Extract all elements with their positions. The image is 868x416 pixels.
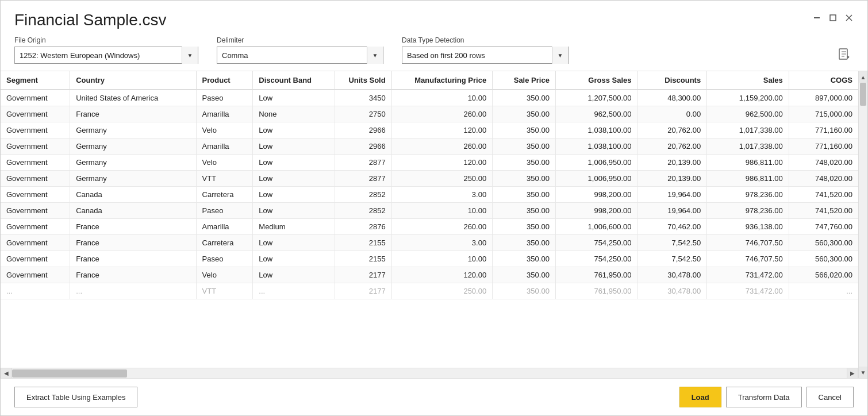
- cancel-button[interactable]: Cancel: [806, 387, 854, 407]
- extract-table-button[interactable]: Extract Table Using Examples: [14, 387, 137, 407]
- col-header-segment[interactable]: Segment: [1, 71, 70, 90]
- load-button[interactable]: Load: [679, 387, 721, 407]
- cell-product: Paseo: [196, 203, 253, 219]
- scroll-down-button[interactable]: ▼: [859, 367, 867, 378]
- file-origin-select[interactable]: 1252: Western European (Windows) ▼: [14, 47, 198, 64]
- cell-product: Carretera: [196, 235, 253, 251]
- cell-cogs: 771,160.00: [789, 138, 858, 155]
- table-container[interactable]: SegmentCountryProductDiscount BandUnits …: [1, 71, 858, 368]
- cell-product: Carretera: [196, 187, 253, 203]
- scroll-right-button[interactable]: ▶: [847, 368, 858, 378]
- cell-salePrice: 350.00: [493, 267, 556, 283]
- cell-product: Velo: [196, 122, 253, 138]
- scroll-up-button[interactable]: ▲: [859, 71, 867, 83]
- cell-product: Paseo: [196, 251, 253, 267]
- svg-rect-0: [814, 17, 820, 18]
- table-row: GovernmentUnited States of AmericaPaseoL…: [1, 90, 858, 106]
- cell-grossSales: 1,006,600.00: [555, 219, 637, 235]
- cell-country: Germany: [70, 155, 196, 171]
- cell-partial-salePrice: 350.00: [493, 283, 556, 299]
- scroll-v-track[interactable]: [859, 83, 867, 367]
- cell-salePrice: 350.00: [493, 90, 556, 106]
- cell-sales: 746,707.50: [707, 251, 789, 267]
- cell-segment: Government: [1, 203, 70, 219]
- cell-country: Germany: [70, 138, 196, 155]
- svg-rect-1: [830, 15, 836, 21]
- table-row: GovernmentFrancePaseoLow215510.00350.007…: [1, 251, 858, 267]
- col-header-salePrice[interactable]: Sale Price: [493, 71, 556, 90]
- delimiter-select[interactable]: Comma ▼: [217, 47, 383, 64]
- col-header-grossSales[interactable]: Gross Sales: [555, 71, 637, 90]
- scroll-thumb[interactable]: [12, 369, 127, 378]
- cell-discounts: 0.00: [637, 106, 707, 122]
- cell-salePrice: 350.00: [493, 219, 556, 235]
- cell-segment: Government: [1, 219, 70, 235]
- cell-unitsSold: 2877: [335, 171, 391, 187]
- cell-discountBand: Low: [253, 187, 335, 203]
- cell-sales: 746,707.50: [707, 235, 789, 251]
- data-type-select[interactable]: Based on first 200 rows ▼: [402, 47, 569, 64]
- cell-cogs: 560,300.00: [789, 235, 858, 251]
- cell-segment: Government: [1, 138, 70, 155]
- cell-product: Velo: [196, 267, 253, 283]
- cell-sales: 962,500.00: [707, 106, 789, 122]
- scroll-left-button[interactable]: ◀: [1, 368, 12, 378]
- cell-product: Paseo: [196, 90, 253, 106]
- cell-unitsSold: 3450: [335, 90, 391, 106]
- cell-partial-grossSales: 761,950.00: [555, 283, 637, 299]
- dialog-title: Financial Sample.csv: [14, 11, 167, 29]
- cell-partial-segment: ...: [1, 283, 70, 299]
- vertical-scrollbar[interactable]: ▲ ▼: [858, 71, 867, 378]
- cell-mfgPrice: 250.00: [391, 171, 493, 187]
- cell-grossSales: 1,038,100.00: [555, 138, 637, 155]
- cell-cogs: 748,020.00: [789, 155, 858, 171]
- cell-segment: Government: [1, 267, 70, 283]
- maximize-button[interactable]: [828, 13, 838, 22]
- cell-unitsSold: 2876: [335, 219, 391, 235]
- col-header-discounts[interactable]: Discounts: [637, 71, 707, 90]
- scroll-track[interactable]: [12, 368, 847, 378]
- col-header-cogs[interactable]: COGS: [789, 71, 858, 90]
- col-header-product[interactable]: Product: [196, 71, 253, 90]
- cell-mfgPrice: 120.00: [391, 267, 493, 283]
- scroll-v-thumb[interactable]: [860, 83, 866, 106]
- col-header-unitsSold[interactable]: Units Sold: [335, 71, 391, 90]
- footer-right: Load Transform Data Cancel: [679, 387, 854, 407]
- cell-country: United States of America: [70, 90, 196, 106]
- cell-discountBand: Medium: [253, 219, 335, 235]
- minimize-button[interactable]: [812, 13, 821, 22]
- horizontal-scrollbar[interactable]: ◀ ▶: [1, 368, 858, 378]
- close-button[interactable]: [844, 13, 854, 22]
- col-header-country[interactable]: Country: [70, 71, 196, 90]
- cell-discounts: 20,139.00: [637, 155, 707, 171]
- cell-product: VTT: [196, 171, 253, 187]
- cell-grossSales: 998,200.00: [555, 203, 637, 219]
- delimiter-label: Delimiter: [217, 36, 383, 44]
- cell-discounts: 30,478.00: [637, 267, 707, 283]
- table-header: SegmentCountryProductDiscount BandUnits …: [1, 71, 858, 90]
- cell-cogs: 741,520.00: [789, 203, 858, 219]
- transform-data-button[interactable]: Transform Data: [726, 387, 802, 407]
- cell-country: Germany: [70, 171, 196, 187]
- col-header-mfgPrice[interactable]: Manufacturing Price: [391, 71, 493, 90]
- cell-grossSales: 761,950.00: [555, 267, 637, 283]
- export-icon-button[interactable]: [835, 45, 854, 64]
- cell-segment: Government: [1, 251, 70, 267]
- cell-cogs: 560,300.00: [789, 251, 858, 267]
- cell-partial-sales: 731,472.00: [707, 283, 789, 299]
- cell-cogs: 741,520.00: [789, 187, 858, 203]
- cell-cogs: 566,020.00: [789, 267, 858, 283]
- cell-country: France: [70, 251, 196, 267]
- col-header-discountBand[interactable]: Discount Band: [253, 71, 335, 90]
- col-header-sales[interactable]: Sales: [707, 71, 789, 90]
- cell-segment: Government: [1, 106, 70, 122]
- cell-salePrice: 350.00: [493, 155, 556, 171]
- cell-unitsSold: 2177: [335, 267, 391, 283]
- cell-product: Amarilla: [196, 138, 253, 155]
- table-row: GovernmentCanadaPaseoLow285210.00350.009…: [1, 203, 858, 219]
- file-origin-value: 1252: Western European (Windows): [15, 51, 182, 60]
- cell-sales: 1,159,200.00: [707, 90, 789, 106]
- controls-row: File Origin 1252: Western European (Wind…: [1, 34, 867, 71]
- cell-unitsSold: 2155: [335, 251, 391, 267]
- cell-sales: 978,236.00: [707, 187, 789, 203]
